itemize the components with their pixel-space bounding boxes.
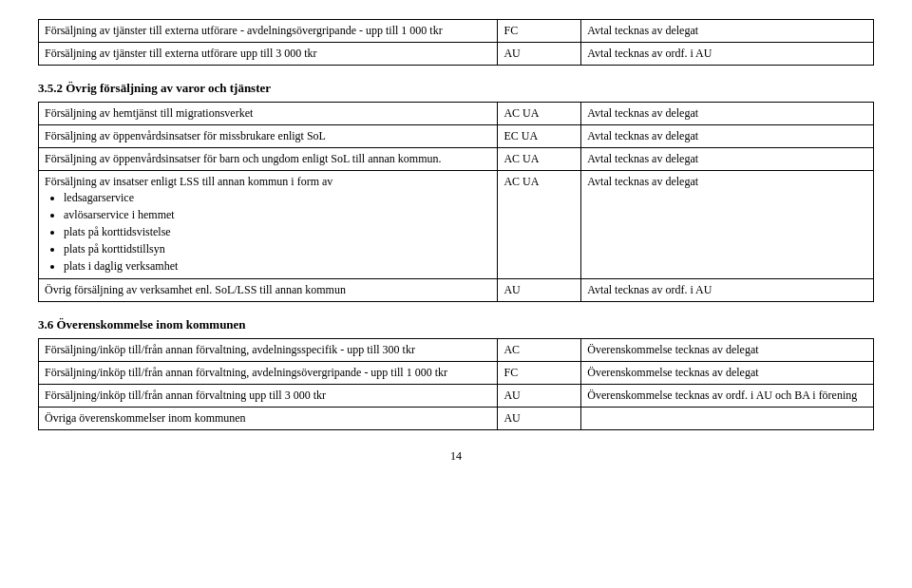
section-36-title: 3.6 Överenskommelse inom kommunen <box>38 317 874 332</box>
cell-rule: Överenskommelse tecknas av delegat <box>581 362 874 385</box>
section-352-table: Försäljning av hemtjänst till migrations… <box>38 102 874 302</box>
cell-rule: Avtal tecknas av delegat <box>581 20 874 43</box>
cell-rule <box>581 408 874 430</box>
cell-description-main: Försäljning av insatser enligt LSS till … <box>45 175 332 188</box>
cell-code: AU <box>498 385 581 408</box>
cell-code: AU <box>498 279 581 302</box>
top-table: Försäljning av tjänster till externa utf… <box>38 19 874 66</box>
cell-code: FC <box>498 362 581 385</box>
cell-rule: Avtal tecknas av delegat <box>581 103 874 125</box>
cell-code: AC UA <box>498 171 581 279</box>
list-item: plats i daglig verksamhet <box>64 257 491 275</box>
cell-description-with-bullets: Försäljning av insatser enligt LSS till … <box>39 171 498 279</box>
table-row: Övriga överenskommelser inom kommunen AU <box>39 408 874 430</box>
list-item: ledsagarservice <box>64 189 491 206</box>
cell-description: Försäljning av öppenvårdsinsatser för ba… <box>39 148 498 171</box>
list-item: avlösarservice i hemmet <box>64 206 491 223</box>
cell-code: FC <box>498 20 581 43</box>
table-row: Försäljning av öppenvårdsinsatser för mi… <box>39 125 874 148</box>
cell-description: Försäljning av tjänster till externa utf… <box>39 20 498 43</box>
section-36-table: Försäljning/inköp till/från annan förval… <box>38 338 874 430</box>
bullet-list: ledsagarservice avlösarservice i hemmet … <box>64 189 491 275</box>
table-row: Försäljning av insatser enligt LSS till … <box>39 171 874 279</box>
cell-rule: Avtal tecknas av ordf. i AU <box>581 279 874 302</box>
cell-description: Övriga överenskommelser inom kommunen <box>39 408 498 430</box>
cell-description: Försäljning/inköp till/från annan förval… <box>39 385 498 408</box>
cell-rule: Avtal tecknas av delegat <box>581 125 874 148</box>
table-row: Försäljning/inköp till/från annan förval… <box>39 385 874 408</box>
cell-code: AU <box>498 408 581 430</box>
cell-code: AC UA <box>498 103 581 125</box>
table-row: Försäljning/inköp till/från annan förval… <box>39 339 874 362</box>
cell-rule: Avtal tecknas av delegat <box>581 171 874 279</box>
cell-description: Försäljning av tjänster till externa utf… <box>39 43 498 66</box>
section-352-title: 3.5.2 Övrig försäljning av varor och tjä… <box>38 81 874 96</box>
list-item: plats på korttidstillsyn <box>64 240 491 257</box>
table-row: Försäljning/inköp till/från annan förval… <box>39 362 874 385</box>
cell-description: Försäljning/inköp till/från annan förval… <box>39 339 498 362</box>
cell-code: AU <box>498 43 581 66</box>
cell-description: Övrig försäljning av verksamhet enl. SoL… <box>39 279 498 302</box>
cell-description: Försäljning av öppenvårdsinsatser för mi… <box>39 125 498 148</box>
cell-code: AC <box>498 339 581 362</box>
cell-rule: Avtal tecknas av ordf. i AU <box>581 43 874 66</box>
cell-rule: Överenskommelse tecknas av ordf. i AU oc… <box>581 385 874 408</box>
list-item: plats på korttidsvistelse <box>64 223 491 240</box>
page-number: 14 <box>38 449 874 464</box>
table-row: Försäljning av tjänster till externa utf… <box>39 20 874 43</box>
cell-description: Försäljning av hemtjänst till migrations… <box>39 103 498 125</box>
cell-description: Försäljning/inköp till/från annan förval… <box>39 362 498 385</box>
table-row: Övrig försäljning av verksamhet enl. SoL… <box>39 279 874 302</box>
table-row: Försäljning av hemtjänst till migrations… <box>39 103 874 125</box>
table-row: Försäljning av öppenvårdsinsatser för ba… <box>39 148 874 171</box>
table-row: Försäljning av tjänster till externa utf… <box>39 43 874 66</box>
cell-rule: Avtal tecknas av delegat <box>581 148 874 171</box>
cell-rule: Överenskommelse tecknas av delegat <box>581 339 874 362</box>
cell-code: AC UA <box>498 148 581 171</box>
cell-code: EC UA <box>498 125 581 148</box>
